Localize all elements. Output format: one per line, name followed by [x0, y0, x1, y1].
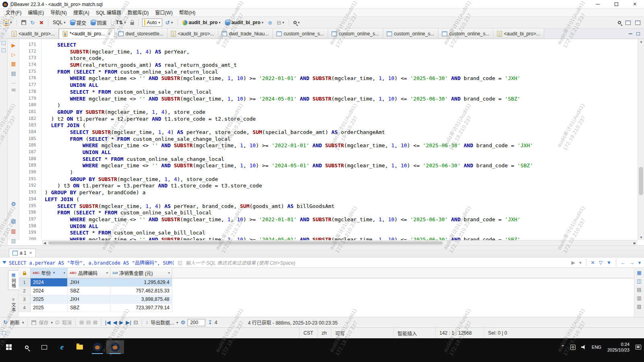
- table-cell[interactable]: SBZ: [68, 304, 110, 312]
- new-sql-editor-button[interactable]: ▾: [2, 19, 13, 27]
- record-panel-icon[interactable]: ◫: [637, 279, 641, 284]
- column-filter-icon[interactable]: ▼: [52, 271, 56, 275]
- save-icon[interactable]: [31, 320, 36, 325]
- editor-tab[interactable]: *<audit_bi_pro...×: [59, 29, 115, 39]
- column-header[interactable]: ABC年份▼▾: [31, 268, 68, 278]
- metadata-panel-icon[interactable]: ▤: [637, 287, 641, 292]
- next-page-icon[interactable]: ▶: [119, 320, 123, 325]
- table-cell[interactable]: JXH: [68, 295, 110, 304]
- apply-filter-icon[interactable]: ▶: [571, 260, 576, 265]
- editor-tab[interactable]: custom_online_s...: [383, 29, 438, 39]
- menu-item[interactable]: 文件(F): [2, 9, 25, 17]
- first-page-icon[interactable]: |◀: [105, 320, 110, 325]
- save-filter-icon[interactable]: ▽: [598, 260, 603, 265]
- table-row[interactable]: 42025SBZ723,397,779.14: [19, 304, 634, 312]
- execute-script-icon[interactable]: ▦: [8, 61, 19, 67]
- calc-panel-icon[interactable]: ▧: [637, 304, 641, 309]
- abort-button[interactable]: ✖: [38, 19, 45, 26]
- cancel-label[interactable]: 取消: [62, 319, 72, 326]
- chevron-down-icon[interactable]: ▾: [64, 271, 65, 275]
- text-presentation-tab[interactable]: ≡ 文本: [8, 295, 19, 314]
- ime-tray-button[interactable]: 中: [568, 340, 578, 354]
- menu-item[interactable]: 编辑(E): [25, 9, 47, 17]
- tab-close-icon[interactable]: ×: [108, 31, 111, 37]
- table-cell[interactable]: 757,462,815.33: [110, 287, 172, 295]
- results-tab[interactable]: a 1 ×: [9, 249, 36, 257]
- dbeaver-active-taskbar-button[interactable]: [106, 340, 124, 354]
- delete-row-icon[interactable]: ⊠: [93, 320, 97, 325]
- save-label[interactable]: 保存: [39, 319, 48, 326]
- chevron-down-icon[interactable]: ▾: [106, 271, 108, 275]
- scroll-up-icon[interactable]: ▲: [638, 39, 644, 44]
- layout-toggle-button[interactable]: [634, 20, 642, 26]
- action-center-button[interactable]: [633, 340, 644, 354]
- editor-vertical-scrollbar[interactable]: ▲ ▼: [638, 39, 644, 240]
- editor-horizontal-scrollbar[interactable]: ◀ ▶: [42, 240, 638, 245]
- editor-tab[interactable]: custom_online_s...: [273, 29, 328, 39]
- commit-button[interactable]: 提交: [69, 19, 87, 27]
- network-settings-button[interactable]: ⊕: [267, 19, 274, 26]
- filter-input[interactable]: 输入一个 SQL 表达式来过滤结果 (使用 Ctrl+Space): [186, 259, 568, 266]
- add-row-icon[interactable]: ⊞: [79, 320, 84, 325]
- editor-tab[interactable]: custom_online_s...: [438, 29, 493, 39]
- filter-menu-icon[interactable]: ▼: [606, 260, 612, 265]
- open-perspective-button[interactable]: [624, 20, 632, 26]
- table-cell[interactable]: 2025: [31, 295, 68, 304]
- connection-tools-button[interactable]: ⊟▾: [276, 19, 285, 26]
- code-area[interactable]: SELECT SUBSTR(mgclear_time, 1, 4) AS per…: [42, 39, 638, 240]
- hidden-icons-button[interactable]: ⌃: [558, 340, 568, 354]
- menu-item[interactable]: 帮助(H): [176, 9, 199, 17]
- close-button[interactable]: ✕: [625, 0, 644, 9]
- table-cell[interactable]: 2024: [31, 287, 68, 295]
- results-grid[interactable]: ABC年份▼▾ABC品牌编码▾123净销售金额 (元)▾ 12024JXH1,2…: [19, 268, 634, 317]
- rollback-button[interactable]: 回滚: [89, 19, 108, 27]
- table-cell[interactable]: JXH: [68, 278, 110, 287]
- vertical-scroll-thumb[interactable]: [639, 167, 643, 195]
- table-row[interactable]: 32025JXH3,898,875.48: [19, 295, 634, 304]
- expand-filter-icon[interactable]: ◱: [177, 260, 183, 265]
- editor-tab[interactable]: <audit_bi_pro>...: [8, 29, 59, 39]
- chevron-down-icon[interactable]: ▾: [22, 321, 24, 325]
- settings-gear-icon[interactable]: ⚙: [8, 201, 19, 207]
- chevron-down-icon[interactable]: ▾: [51, 321, 53, 325]
- variables-panel-icon[interactable]: ▧: [8, 238, 19, 244]
- transaction-mode-button[interactable]: T⇅▾: [115, 19, 127, 26]
- save-button[interactable]: [20, 19, 27, 26]
- refresh-icon[interactable]: ↻: [3, 320, 8, 325]
- horizontal-scroll-thumb[interactable]: [48, 241, 443, 245]
- table-cell[interactable]: SBZ: [68, 287, 110, 295]
- taskbar-clock[interactable]: 0:24 2025/10/23: [604, 340, 633, 354]
- row-number-cell[interactable]: 2: [19, 287, 31, 295]
- duplicate-row-icon[interactable]: ⊟: [86, 320, 91, 325]
- table-cell[interactable]: 3,898,875.48: [110, 295, 172, 304]
- search-button[interactable]: ▾: [292, 20, 301, 25]
- chevron-down-icon[interactable]: ▾: [578, 260, 582, 265]
- output-panel-icon[interactable]: ▥: [8, 228, 19, 234]
- menu-item[interactable]: SQL 编辑器: [93, 9, 124, 17]
- refresh-label[interactable]: 刷新: [10, 319, 20, 326]
- prev-page-icon[interactable]: ◀: [113, 320, 117, 325]
- caret-position-indicator[interactable]: 142 : 1 : 12568: [435, 328, 476, 338]
- fetch-next-icon[interactable]: ↧: [208, 320, 212, 325]
- minimize-button[interactable]: [588, 0, 607, 9]
- menu-item[interactable]: 导航(N): [47, 9, 70, 17]
- connection-selector[interactable]: audit_bi_pro▾: [181, 19, 222, 26]
- maximize-view-icon[interactable]: [636, 32, 640, 35]
- tab-close-icon[interactable]: ×: [29, 250, 32, 256]
- row-number-cell[interactable]: 4: [19, 304, 31, 312]
- editor-tab[interactable]: dwd_trade_hkau...: [218, 29, 273, 39]
- task-view-button[interactable]: [35, 340, 53, 354]
- row-number-cell[interactable]: 3: [19, 295, 31, 304]
- value-panel-icon[interactable]: ▦: [637, 270, 641, 275]
- outline-icon[interactable]: [2, 48, 6, 52]
- chevron-down-icon[interactable]: ▾: [176, 321, 178, 325]
- menu-item[interactable]: 窗口(W): [152, 9, 176, 17]
- restore-panel-icon[interactable]: [2, 41, 6, 45]
- minimize-view-icon[interactable]: [629, 33, 632, 34]
- clear-filter-icon[interactable]: ✕: [590, 260, 596, 265]
- database-selector[interactable]: audit_bi_pro▾: [224, 19, 265, 26]
- grid-settings-gear-icon[interactable]: ⚙: [181, 320, 186, 325]
- commit-mode-combo[interactable]: Auto▾: [142, 19, 162, 27]
- quick-search-button[interactable]: [617, 20, 622, 25]
- chevron-down-icon[interactable]: ▾: [638, 260, 642, 265]
